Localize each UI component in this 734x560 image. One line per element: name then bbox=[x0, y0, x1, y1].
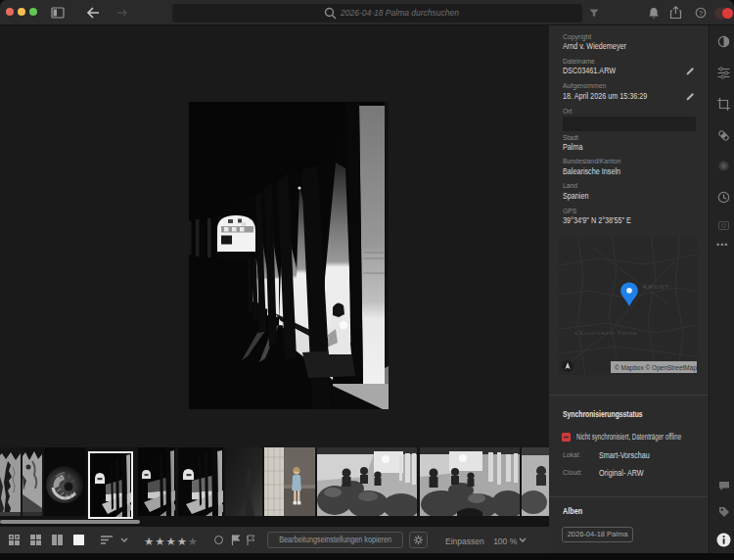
svg-text:s'Escorxador Palma: s'Escorxador Palma bbox=[574, 330, 637, 336]
svg-text:© Mapbox © OpenStreetMap: © Mapbox © OpenStreetMap bbox=[615, 364, 697, 372]
svg-text:?: ? bbox=[699, 9, 703, 18]
svg-text:AMUNT: AMUNT bbox=[643, 284, 670, 290]
